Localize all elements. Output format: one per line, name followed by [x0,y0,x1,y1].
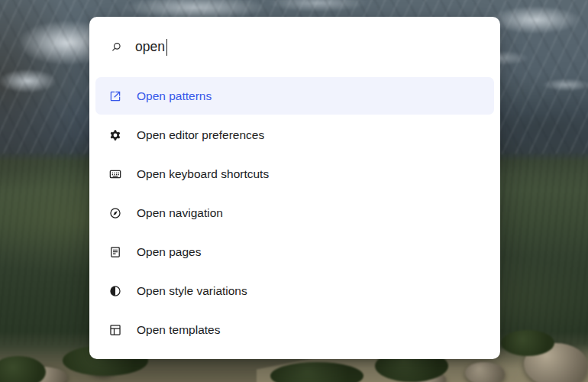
rock [465,362,505,382]
command-search-input[interactable]: open [135,39,167,56]
command-item-open-patterns[interactable]: Open patterns [95,77,494,115]
command-item-open-style-variations[interactable]: Open style variations [95,272,494,309]
external-link-icon [108,89,123,104]
template-layout-icon [108,322,123,338]
page-icon [108,244,123,260]
command-item-open-pages[interactable]: Open pages [95,233,494,270]
command-item-open-editor-preferences[interactable]: Open editor preferences [95,116,494,154]
command-item-label: Open style variations [137,285,247,297]
text-cursor [166,39,168,56]
compass-icon [108,206,123,221]
command-results-list: Open patterns Open editor preferences Op… [89,77,500,348]
keyboard-icon [108,167,123,182]
command-item-label: Open templates [137,324,220,336]
command-item-open-navigation[interactable]: Open navigation [95,194,494,231]
half-circle-icon [108,283,123,299]
command-item-open-keyboard-shortcuts[interactable]: Open keyboard shortcuts [95,155,494,193]
gear-icon [108,128,123,143]
command-item-open-templates[interactable]: Open templates [95,311,494,348]
command-item-label: Open pages [137,246,201,258]
command-item-label: Open patterns [137,90,212,102]
bush [501,330,554,356]
command-item-label: Open keyboard shortcuts [137,168,269,180]
search-icon [109,40,124,54]
command-palette: open Open patterns Open editor preferenc… [89,17,500,359]
command-item-label: Open navigation [137,207,223,219]
command-item-label: Open editor preferences [137,129,264,141]
search-input-value: open [135,39,165,55]
command-search-row[interactable]: open [89,17,500,77]
